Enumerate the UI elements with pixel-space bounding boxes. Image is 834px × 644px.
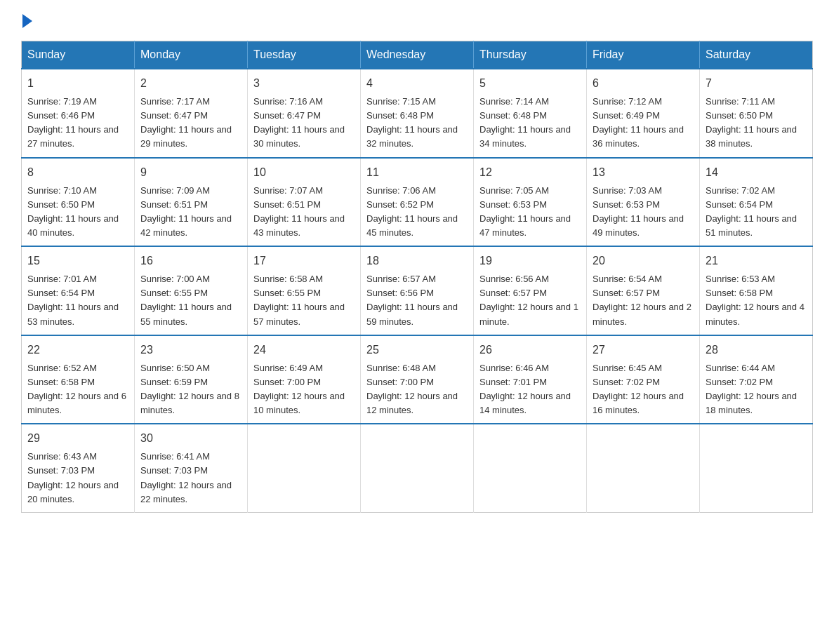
day-info: Sunrise: 6:46 AMSunset: 7:01 PMDaylight:… — [479, 361, 581, 418]
day-info: Sunrise: 7:09 AMSunset: 6:51 PMDaylight:… — [140, 184, 241, 241]
table-row: 11Sunrise: 7:06 AMSunset: 6:52 PMDayligh… — [361, 158, 474, 247]
day-info: Sunrise: 7:19 AMSunset: 6:46 PMDaylight:… — [27, 95, 128, 152]
table-row: 19Sunrise: 6:56 AMSunset: 6:57 PMDayligh… — [474, 246, 587, 335]
table-row: 1Sunrise: 7:19 AMSunset: 6:46 PMDaylight… — [22, 69, 135, 158]
day-number: 27 — [593, 342, 694, 358]
table-row: 24Sunrise: 6:49 AMSunset: 7:00 PMDayligh… — [248, 335, 361, 424]
day-info: Sunrise: 7:05 AMSunset: 6:53 PMDaylight:… — [479, 184, 581, 241]
day-info: Sunrise: 7:11 AMSunset: 6:50 PMDaylight:… — [706, 95, 807, 152]
table-row — [248, 424, 361, 512]
day-number: 24 — [253, 342, 355, 358]
day-info: Sunrise: 7:00 AMSunset: 6:55 PMDaylight:… — [140, 272, 241, 329]
table-row: 12Sunrise: 7:05 AMSunset: 6:53 PMDayligh… — [474, 158, 587, 247]
day-number: 21 — [706, 253, 807, 269]
day-info: Sunrise: 6:58 AMSunset: 6:55 PMDaylight:… — [253, 272, 355, 329]
calendar-week-row: 22Sunrise: 6:52 AMSunset: 6:58 PMDayligh… — [22, 335, 813, 424]
calendar-week-row: 1Sunrise: 7:19 AMSunset: 6:46 PMDaylight… — [22, 69, 813, 158]
day-number: 29 — [27, 430, 128, 447]
table-row: 29Sunrise: 6:43 AMSunset: 7:03 PMDayligh… — [22, 424, 135, 512]
day-info: Sunrise: 7:01 AMSunset: 6:54 PMDaylight:… — [27, 272, 128, 329]
table-row: 26Sunrise: 6:46 AMSunset: 7:01 PMDayligh… — [474, 335, 587, 424]
day-info: Sunrise: 6:45 AMSunset: 7:02 PMDaylight:… — [593, 361, 694, 418]
day-number: 4 — [366, 75, 468, 92]
day-number: 26 — [479, 342, 581, 358]
day-number: 5 — [479, 75, 581, 92]
day-number: 23 — [140, 342, 241, 358]
day-number: 22 — [27, 342, 128, 358]
day-info: Sunrise: 7:07 AMSunset: 6:51 PMDaylight:… — [253, 184, 355, 241]
page-header — [21, 14, 813, 27]
table-row — [700, 424, 813, 512]
day-info: Sunrise: 6:56 AMSunset: 6:57 PMDaylight:… — [479, 272, 581, 329]
day-info: Sunrise: 6:44 AMSunset: 7:02 PMDaylight:… — [706, 361, 807, 418]
col-saturday: Saturday — [700, 41, 813, 69]
day-info: Sunrise: 6:43 AMSunset: 7:03 PMDaylight:… — [27, 450, 128, 507]
day-info: Sunrise: 6:41 AMSunset: 7:03 PMDaylight:… — [140, 450, 241, 507]
day-number: 25 — [366, 342, 468, 358]
day-info: Sunrise: 7:10 AMSunset: 6:50 PMDaylight:… — [27, 184, 128, 241]
table-row: 2Sunrise: 7:17 AMSunset: 6:47 PMDaylight… — [135, 69, 248, 158]
day-info: Sunrise: 7:06 AMSunset: 6:52 PMDaylight:… — [366, 184, 468, 241]
table-row — [361, 424, 474, 512]
table-row: 8Sunrise: 7:10 AMSunset: 6:50 PMDaylight… — [22, 158, 135, 247]
calendar-table: Sunday Monday Tuesday Wednesday Thursday… — [21, 41, 813, 513]
day-info: Sunrise: 7:15 AMSunset: 6:48 PMDaylight:… — [366, 95, 468, 152]
table-row: 5Sunrise: 7:14 AMSunset: 6:48 PMDaylight… — [474, 69, 587, 158]
table-row: 22Sunrise: 6:52 AMSunset: 6:58 PMDayligh… — [22, 335, 135, 424]
table-row: 30Sunrise: 6:41 AMSunset: 7:03 PMDayligh… — [135, 424, 248, 512]
table-row: 7Sunrise: 7:11 AMSunset: 6:50 PMDaylight… — [700, 69, 813, 158]
day-number: 11 — [366, 164, 468, 181]
col-friday: Friday — [587, 41, 700, 69]
day-number: 7 — [706, 75, 807, 92]
table-row: 10Sunrise: 7:07 AMSunset: 6:51 PMDayligh… — [248, 158, 361, 247]
day-info: Sunrise: 7:16 AMSunset: 6:47 PMDaylight:… — [253, 95, 355, 152]
day-number: 10 — [253, 164, 355, 181]
day-info: Sunrise: 7:12 AMSunset: 6:49 PMDaylight:… — [593, 95, 694, 152]
table-row — [587, 424, 700, 512]
table-row: 13Sunrise: 7:03 AMSunset: 6:53 PMDayligh… — [587, 158, 700, 247]
day-info: Sunrise: 7:02 AMSunset: 6:54 PMDaylight:… — [706, 184, 807, 241]
col-sunday: Sunday — [22, 41, 135, 69]
table-row: 14Sunrise: 7:02 AMSunset: 6:54 PMDayligh… — [700, 158, 813, 247]
table-row: 20Sunrise: 6:54 AMSunset: 6:57 PMDayligh… — [587, 246, 700, 335]
col-tuesday: Tuesday — [248, 41, 361, 69]
table-row: 21Sunrise: 6:53 AMSunset: 6:58 PMDayligh… — [700, 246, 813, 335]
table-row: 9Sunrise: 7:09 AMSunset: 6:51 PMDaylight… — [135, 158, 248, 247]
day-number: 28 — [706, 342, 807, 358]
day-number: 6 — [593, 75, 694, 92]
day-info: Sunrise: 6:48 AMSunset: 7:00 PMDaylight:… — [366, 361, 468, 418]
day-number: 2 — [140, 75, 241, 92]
day-number: 18 — [366, 253, 468, 269]
logo-arrow-icon — [22, 14, 32, 28]
day-number: 13 — [593, 164, 694, 181]
day-info: Sunrise: 6:52 AMSunset: 6:58 PMDaylight:… — [27, 361, 128, 418]
calendar-week-row: 15Sunrise: 7:01 AMSunset: 6:54 PMDayligh… — [22, 246, 813, 335]
table-row: 18Sunrise: 6:57 AMSunset: 6:56 PMDayligh… — [361, 246, 474, 335]
day-info: Sunrise: 6:57 AMSunset: 6:56 PMDaylight:… — [366, 272, 468, 329]
day-number: 20 — [593, 253, 694, 269]
logo — [21, 14, 32, 27]
day-info: Sunrise: 7:03 AMSunset: 6:53 PMDaylight:… — [593, 184, 694, 241]
col-wednesday: Wednesday — [361, 41, 474, 69]
day-info: Sunrise: 6:50 AMSunset: 6:59 PMDaylight:… — [140, 361, 241, 418]
table-row: 25Sunrise: 6:48 AMSunset: 7:00 PMDayligh… — [361, 335, 474, 424]
day-number: 30 — [140, 430, 241, 447]
table-row: 27Sunrise: 6:45 AMSunset: 7:02 PMDayligh… — [587, 335, 700, 424]
day-number: 14 — [706, 164, 807, 181]
day-number: 8 — [27, 164, 128, 181]
table-row: 15Sunrise: 7:01 AMSunset: 6:54 PMDayligh… — [22, 246, 135, 335]
day-number: 15 — [27, 253, 128, 269]
calendar-week-row: 8Sunrise: 7:10 AMSunset: 6:50 PMDaylight… — [22, 158, 813, 247]
day-info: Sunrise: 7:17 AMSunset: 6:47 PMDaylight:… — [140, 95, 241, 152]
table-row: 16Sunrise: 7:00 AMSunset: 6:55 PMDayligh… — [135, 246, 248, 335]
table-row: 3Sunrise: 7:16 AMSunset: 6:47 PMDaylight… — [248, 69, 361, 158]
table-row: 23Sunrise: 6:50 AMSunset: 6:59 PMDayligh… — [135, 335, 248, 424]
table-row: 17Sunrise: 6:58 AMSunset: 6:55 PMDayligh… — [248, 246, 361, 335]
col-thursday: Thursday — [474, 41, 587, 69]
table-row: 6Sunrise: 7:12 AMSunset: 6:49 PMDaylight… — [587, 69, 700, 158]
day-number: 9 — [140, 164, 241, 181]
day-number: 12 — [479, 164, 581, 181]
table-row — [474, 424, 587, 512]
day-info: Sunrise: 6:54 AMSunset: 6:57 PMDaylight:… — [593, 272, 694, 329]
calendar-week-row: 29Sunrise: 6:43 AMSunset: 7:03 PMDayligh… — [22, 424, 813, 512]
